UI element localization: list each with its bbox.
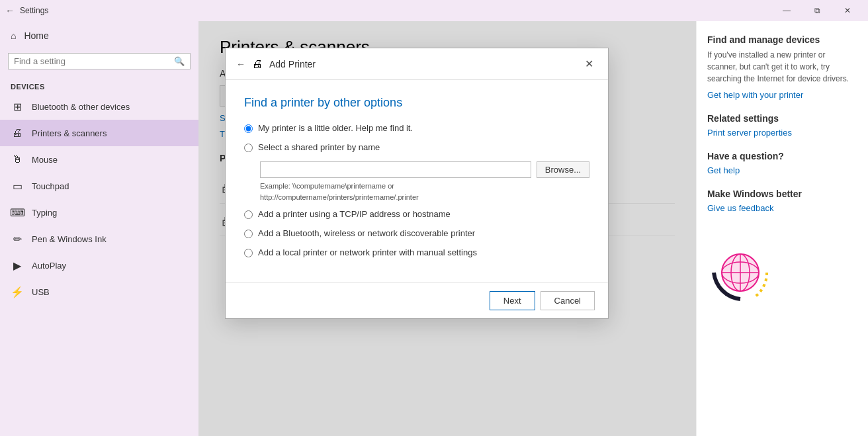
sidebar-item-mouse[interactable]: 🖱 Mouse (0, 146, 198, 173)
sidebar-item-typing-label: Typing (32, 208, 57, 218)
printers-icon: 🖨 (11, 126, 24, 140)
sidebar-section-title: Devices (0, 77, 198, 93)
sidebar-item-touchpad-label: Touchpad (32, 181, 69, 191)
typing-icon: ⌨ (11, 206, 24, 219)
radio-local[interactable] (244, 249, 253, 257)
minimize-button[interactable]: — (771, 0, 802, 21)
related-title: Related settings (707, 113, 857, 124)
sidebar-home[interactable]: ⌂ Home (0, 21, 198, 50)
dialog-overlay: ← 🖨 Add Printer ✕ Find a printer by othe… (198, 21, 696, 436)
radio-option-shared: Select a shared printer by name (244, 142, 589, 152)
add-printer-dialog: ← 🖨 Add Printer ✕ Find a printer by othe… (225, 48, 609, 319)
question-link[interactable]: Get help (707, 165, 857, 175)
close-button[interactable]: ✕ (832, 0, 863, 21)
touchpad-icon: ▭ (11, 179, 24, 193)
content: Printers & scanners Add printers & scann… (198, 21, 696, 436)
sidebar-item-mouse-label: Mouse (32, 155, 58, 165)
autoplay-icon: ▶ (11, 259, 24, 272)
bluetooth-icon: ⊞ (11, 100, 24, 113)
related-link[interactable]: Print server properties (707, 128, 857, 138)
windows-title: Make Windows better (707, 189, 857, 199)
svg-point-5 (722, 254, 759, 291)
globe-graphic (707, 240, 773, 306)
shared-printer-input[interactable] (260, 161, 531, 178)
radio-shared[interactable] (244, 144, 253, 152)
sidebar-item-touchpad[interactable]: ▭ Touchpad (0, 173, 198, 199)
sidebar-item-pen-label: Pen & Windows Ink (32, 234, 107, 244)
right-panel: Find and manage devices If you've instal… (696, 21, 868, 436)
example-text: Example: \\computername\printername orht… (260, 181, 589, 202)
sidebar: ⌂ Home 🔍 Devices ⊞ Bluetooth & other dev… (0, 21, 198, 436)
radio-tcpip-label: Add a printer using a TCP/IP address or … (258, 209, 451, 219)
title-bar-back-icon[interactable]: ← (5, 5, 15, 16)
find-manage-text: If you've installed a new printer or sca… (707, 49, 857, 85)
sidebar-item-bluetooth[interactable]: ⊞ Bluetooth & other devices (0, 93, 198, 120)
windows-link[interactable]: Give us feedback (707, 203, 857, 213)
dialog-back-icon[interactable]: ← (236, 59, 245, 69)
sidebar-item-bluetooth-label: Bluetooth & other devices (32, 102, 130, 112)
radio-shared-label: Select a shared printer by name (258, 142, 380, 152)
title-bar: ← Settings — ⧉ ✕ (0, 0, 868, 21)
radio-tcpip[interactable] (244, 210, 253, 219)
search-box[interactable]: 🔍 (8, 53, 191, 69)
next-button[interactable]: Next (490, 291, 535, 310)
restore-button[interactable]: ⧉ (802, 0, 832, 21)
find-manage-link[interactable]: Get help with your printer (707, 90, 857, 100)
dialog-header: ← 🖨 Add Printer ✕ (226, 48, 608, 80)
title-bar-title: Settings (20, 6, 48, 15)
dialog-close-button[interactable]: ✕ (581, 56, 597, 71)
radio-bluetooth-label: Add a Bluetooth, wireless or network dis… (258, 228, 475, 238)
sidebar-item-typing[interactable]: ⌨ Typing (0, 199, 198, 226)
find-manage-title: Find and manage devices (707, 34, 857, 45)
dialog-section-title: Find a printer by other options (244, 96, 589, 110)
radio-bluetooth[interactable] (244, 230, 253, 238)
dialog-body: Find a printer by other options My print… (226, 80, 608, 283)
radio-option-older: My printer is a little older. Help me fi… (244, 123, 589, 133)
sidebar-item-autoplay[interactable]: ▶ AutoPlay (0, 252, 198, 279)
dialog-header-title: Add Printer (269, 59, 316, 69)
radio-local-label: Add a local printer or network printer w… (258, 247, 477, 257)
sidebar-item-usb-label: USB (32, 287, 50, 297)
radio-older-label: My printer is a little older. Help me fi… (258, 123, 413, 133)
home-label: Home (24, 30, 48, 41)
dialog-printer-icon: 🖨 (252, 58, 263, 70)
radio-option-bluetooth: Add a Bluetooth, wireless or network dis… (244, 228, 589, 238)
sidebar-item-printers-label: Printers & scanners (32, 128, 107, 138)
search-icon: 🔍 (174, 56, 185, 66)
home-icon: ⌂ (11, 30, 16, 41)
radio-option-local: Add a local printer or network printer w… (244, 247, 589, 257)
sidebar-item-autoplay-label: AutoPlay (32, 261, 66, 271)
title-bar-controls: — ⧉ ✕ (771, 0, 863, 21)
cancel-button[interactable]: Cancel (541, 291, 595, 310)
pen-icon: ✏ (11, 232, 24, 245)
usb-icon: ⚡ (11, 285, 24, 298)
browse-button[interactable]: Browse... (537, 161, 589, 178)
shared-printer-row: Browse... (260, 161, 589, 178)
radio-option-tcpip: Add a printer using a TCP/IP address or … (244, 209, 589, 219)
title-bar-left: ← Settings (5, 5, 48, 16)
dialog-header-left: ← 🖨 Add Printer (236, 58, 316, 70)
search-input[interactable] (14, 56, 170, 66)
radio-older[interactable] (244, 124, 253, 133)
question-title: Have a question? (707, 151, 857, 161)
sidebar-item-pen[interactable]: ✏ Pen & Windows Ink (0, 226, 198, 252)
dialog-footer: Next Cancel (226, 283, 608, 318)
main-area: ⌂ Home 🔍 Devices ⊞ Bluetooth & other dev… (0, 21, 868, 436)
mouse-icon: 🖱 (11, 153, 24, 166)
sidebar-item-printers[interactable]: 🖨 Printers & scanners (0, 120, 198, 146)
sidebar-item-usb[interactable]: ⚡ USB (0, 279, 198, 305)
